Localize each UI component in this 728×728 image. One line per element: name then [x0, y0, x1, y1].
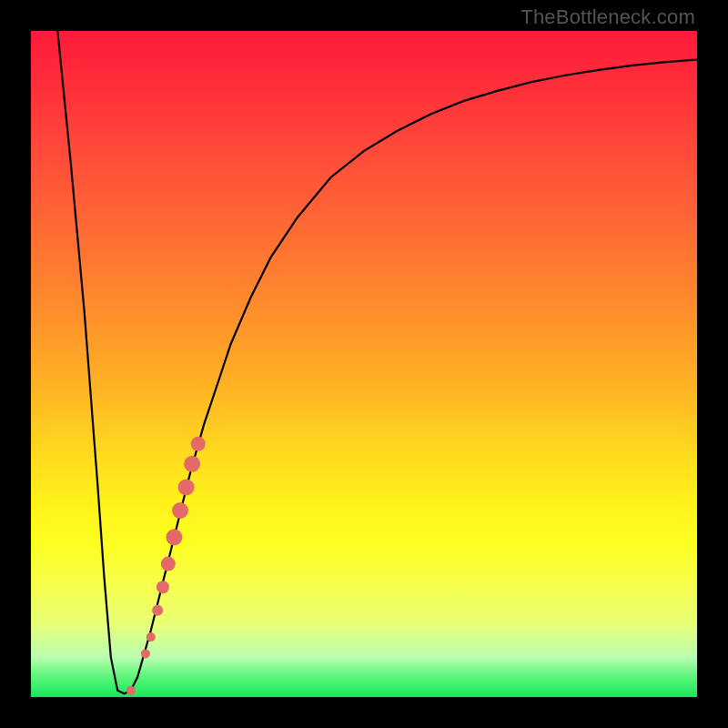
highlight-dot: [184, 456, 200, 472]
attribution-text: TheBottleneck.com: [521, 5, 695, 29]
highlight-dots: [126, 437, 206, 695]
highlight-dot: [157, 581, 169, 593]
highlight-dot: [161, 557, 176, 571]
bottleneck-curve: [57, 31, 697, 693]
highlight-dot: [126, 686, 136, 695]
highlight-dot: [166, 529, 182, 545]
chart-frame: TheBottleneck.com: [0, 0, 728, 728]
curve-layer: [31, 31, 697, 697]
highlight-dot: [141, 649, 150, 658]
bottleneck-curve-path: [57, 31, 697, 693]
highlight-dot: [152, 605, 163, 616]
highlight-dot: [172, 502, 188, 519]
highlight-dot: [147, 632, 156, 642]
plot-area: [31, 31, 697, 697]
highlight-dot: [191, 437, 206, 451]
highlight-dot: [178, 479, 195, 495]
